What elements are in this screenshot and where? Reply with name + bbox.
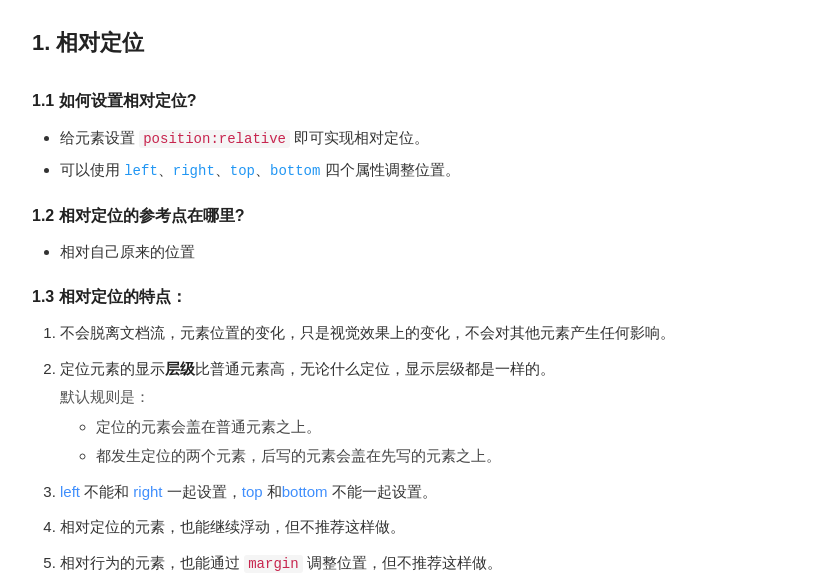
list-item: 可以使用 left、right、top、bottom 四个属性调整位置。 xyxy=(60,157,782,184)
section3-title: 1.3 相对定位的特点： xyxy=(32,283,782,310)
list-item: 定位元素的显示层级比普通元素高，无论什么定位，显示层级都是一样的。 默认规则是：… xyxy=(60,356,782,469)
page-container: 1. 相对定位 1.1 如何设置相对定位? 给元素设置 position:rel… xyxy=(0,0,814,580)
main-title: 1. 相对定位 xyxy=(32,24,782,69)
list-item: 给元素设置 position:relative 即可实现相对定位。 xyxy=(60,125,782,152)
item2-prefix: 定位元素的显示 xyxy=(60,360,165,377)
item3-code-top: top xyxy=(242,483,263,500)
subbullet-2: 都发生定位的两个元素，后写的元素会盖在先写的元素之上。 xyxy=(96,447,501,464)
item3-mid2: 一起设置， xyxy=(163,483,242,500)
list-item: left 不能和 right 一起设置，top 和bottom 不能一起设置。 xyxy=(60,479,782,505)
list-item: 都发生定位的两个元素，后写的元素会盖在先写的元素之上。 xyxy=(96,443,782,469)
list-item: 不会脱离文档流，元素位置的变化，只是视觉效果上的变化，不会对其他元素产生任何影响… xyxy=(60,320,782,346)
code-top: top xyxy=(230,163,255,179)
sub-bullet-list: 定位的元素会盖在普通元素之上。 都发生定位的两个元素，后写的元素会盖在先写的元素… xyxy=(60,414,782,469)
item2-highlight: 层级 xyxy=(165,360,195,377)
code-right: right xyxy=(173,163,215,179)
item4-text: 相对定位的元素，也能继续浮动，但不推荐这样做。 xyxy=(60,518,405,535)
sep3: 、 xyxy=(255,161,270,178)
list-item: 相对自己原来的位置 xyxy=(60,239,782,265)
section1-title: 1.1 如何设置相对定位? xyxy=(32,87,782,114)
item5-suffix: 调整位置，但不推荐这样做。 xyxy=(303,554,502,571)
bullet-prefix-2: 可以使用 xyxy=(60,161,124,178)
code-bottom: bottom xyxy=(270,163,320,179)
list-item: 定位的元素会盖在普通元素之上。 xyxy=(96,414,782,440)
bullet-suffix-1: 即可实现相对定位。 xyxy=(290,129,429,146)
code-position-relative: position:relative xyxy=(139,130,290,148)
item3-mid4: 不能一起设置。 xyxy=(328,483,437,500)
subbullet-1: 定位的元素会盖在普通元素之上。 xyxy=(96,418,321,435)
item3-code-bottom: bottom xyxy=(282,483,328,500)
section2-bullet-list: 相对自己原来的位置 xyxy=(32,239,782,265)
section1-bullet-list: 给元素设置 position:relative 即可实现相对定位。 可以使用 l… xyxy=(32,125,782,185)
item3-mid3: 和 xyxy=(263,483,282,500)
section3-ordered-list: 不会脱离文档流，元素位置的变化，只是视觉效果上的变化，不会对其他元素产生任何影响… xyxy=(32,320,782,576)
section2-bullet-1: 相对自己原来的位置 xyxy=(60,243,195,260)
list-item: 相对定位的元素，也能继续浮动，但不推荐这样做。 xyxy=(60,514,782,540)
sep1: 、 xyxy=(158,161,173,178)
item1-text: 不会脱离文档流，元素位置的变化，只是视觉效果上的变化，不会对其他元素产生任何影响… xyxy=(60,324,675,341)
code-left: left xyxy=(124,163,158,179)
item5-prefix: 相对行为的元素，也能通过 xyxy=(60,554,244,571)
item3-code-right: right xyxy=(133,483,162,500)
bullet-suffix-2: 四个属性调整位置。 xyxy=(320,161,459,178)
item3-code-left: left xyxy=(60,483,80,500)
item2-suffix: 比普通元素高，无论什么定位，显示层级都是一样的。 xyxy=(195,360,555,377)
section2-title: 1.2 相对定位的参考点在哪里? xyxy=(32,202,782,229)
item5-code-margin: margin xyxy=(244,555,302,573)
sep2: 、 xyxy=(215,161,230,178)
sub-note: 默认规则是： xyxy=(60,385,782,410)
list-item: 相对行为的元素，也能通过 margin 调整位置，但不推荐这样做。 xyxy=(60,550,782,577)
item3-mid1: 不能和 xyxy=(80,483,133,500)
bullet-prefix-1: 给元素设置 xyxy=(60,129,139,146)
